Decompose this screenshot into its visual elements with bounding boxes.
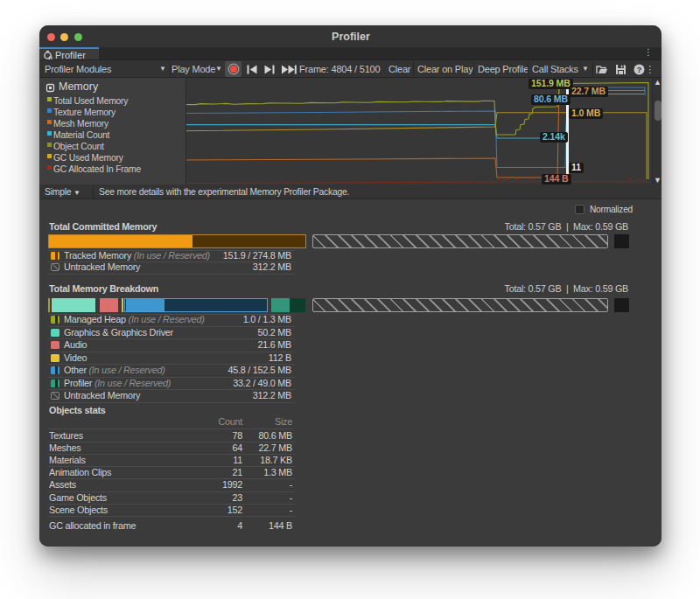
svg-text:?: ?	[637, 66, 641, 74]
